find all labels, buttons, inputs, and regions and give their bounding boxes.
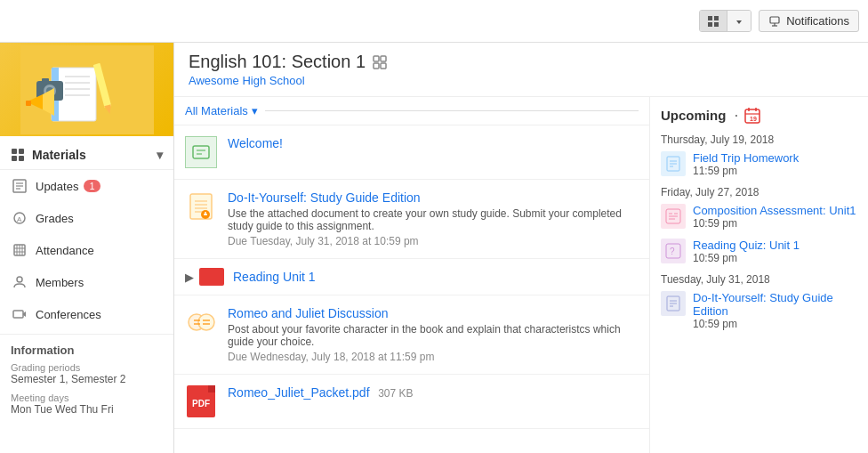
svg-rect-2 [708, 22, 712, 27]
sidebar-item-grades[interactable]: A Grades [0, 202, 173, 234]
dropdown-view-button[interactable] [727, 11, 751, 31]
homework-icon [661, 151, 686, 176]
sidebar-item-updates[interactable]: Updates 1 [0, 170, 173, 202]
upcoming-item-composition[interactable]: Composition Assessment: Unit1 10:59 pm [661, 204, 857, 230]
svg-rect-39 [13, 311, 23, 318]
sidebar-item-conferences[interactable]: Conferences [0, 298, 173, 330]
study-guide-upcoming-title[interactable]: Do-It-Yourself: Study Guide Edition [693, 291, 857, 318]
meeting-days-value: Mon Tue Wed Thu Fri [11, 403, 163, 416]
material-item-reading-unit[interactable]: ▶ Reading Unit 1 [174, 259, 649, 295]
svg-rect-1 [714, 16, 719, 20]
all-materials-button[interactable]: All Materials ▾ [185, 104, 258, 117]
material-item-romeo-packet[interactable]: PDF Romeo_Juliet_Packet.pdf 307 KB [174, 375, 649, 429]
info-title: Information [11, 344, 163, 357]
course-title-row: English 101: Section 1 [189, 52, 854, 72]
pdf-icon-box: PDF [185, 385, 217, 417]
all-materials-chevron: ▾ [252, 104, 258, 117]
folder-icon [199, 268, 224, 286]
material-item-welcome[interactable]: Welcome! [174, 125, 649, 180]
upcoming-date-2: Friday, July 27, 2018 [661, 186, 857, 198]
study-guide-upcoming-time: 10:59 pm [693, 318, 857, 330]
attendance-label: Attendance [36, 244, 94, 257]
updates-label: Updates [36, 180, 78, 193]
reading-quiz-time: 10:59 pm [693, 252, 857, 264]
divider [265, 110, 639, 111]
sidebar-item-attendance[interactable]: Attendance [0, 234, 173, 266]
quiz-icon: ? [661, 239, 686, 263]
reading-quiz-title[interactable]: Reading Quiz: Unit 1 [693, 239, 857, 252]
svg-rect-43 [374, 63, 379, 69]
reading-unit-title[interactable]: Reading Unit 1 [233, 270, 316, 284]
reading-quiz-content: Reading Quiz: Unit 1 10:59 pm [693, 239, 857, 264]
announcement-svg [191, 142, 211, 162]
sidebar-nav: Materials ▾ Updates 1 [0, 136, 173, 334]
romeo-discussion-content: Romeo and Juliet Discussion Post about y… [228, 306, 639, 363]
study-guide-content: Do-It-Yourself: Study Guide Edition Use … [228, 190, 639, 247]
study-guide-desc: Use the attached document to create your… [228, 207, 639, 232]
upcoming-item-field-trip[interactable]: Field Trip Homework 11:59 pm [661, 151, 857, 177]
composition-time: 10:59 pm [693, 217, 857, 230]
svg-rect-0 [708, 16, 712, 20]
assessment-icon [661, 204, 686, 229]
composition-title[interactable]: Composition Assessment: Unit1 [693, 204, 857, 217]
romeo-discussion-desc: Post about your favorite character in th… [228, 323, 639, 348]
assignment-svg [187, 192, 215, 221]
view-toggle[interactable] [699, 10, 751, 33]
school-name-link[interactable]: Awesome High School [189, 74, 854, 87]
content-body: All Materials ▾ [174, 97, 868, 453]
hero-image [0, 43, 173, 136]
content-area: English 101: Section 1 Awesome High Scho… [174, 43, 868, 453]
field-trip-title[interactable]: Field Trip Homework [693, 151, 857, 165]
svg-text:19: 19 [750, 116, 757, 122]
upcoming-item-study-guide-upcoming[interactable]: Do-It-Yourself: Study Guide Edition 10:5… [661, 291, 857, 330]
members-label: Members [36, 276, 84, 289]
svg-point-38 [17, 277, 22, 282]
svg-rect-42 [381, 56, 386, 61]
svg-rect-45 [193, 146, 209, 158]
grading-periods-label: Grading periods [11, 362, 163, 373]
svg-rect-3 [714, 22, 719, 27]
upcoming-item-reading-quiz[interactable]: ? Reading Quiz: Unit 1 10:59 pm [661, 239, 857, 264]
notifications-button[interactable]: Notifications [759, 10, 859, 32]
svg-rect-23 [19, 149, 24, 154]
svg-text:A: A [17, 215, 22, 223]
upcoming-panel: Upcoming · 19 T [650, 97, 868, 453]
content-header: English 101: Section 1 Awesome High Scho… [174, 43, 868, 97]
romeo-discussion-due: Due Wednesday, July 18, 2018 at 11:59 pm [228, 351, 639, 363]
sidebar-item-materials[interactable]: Materials ▾ [0, 140, 173, 170]
guide-icon [661, 291, 686, 316]
upcoming-date-3: Tuesday, July 31, 2018 [661, 273, 857, 286]
grades-label: Grades [36, 212, 74, 225]
conferences-label: Conferences [36, 308, 101, 321]
sidebar-item-members[interactable]: Members [0, 266, 173, 298]
welcome-title[interactable]: Welcome! [228, 136, 639, 150]
discussion-icon [185, 306, 217, 338]
svg-rect-44 [381, 63, 386, 69]
updates-badge: 1 [84, 180, 100, 192]
chevron-down-icon: ▾ [157, 148, 163, 162]
svg-text:?: ? [670, 247, 675, 256]
romeo-discussion-title[interactable]: Romeo and Juliet Discussion [228, 306, 639, 320]
romeo-packet-size: 307 KB [378, 387, 413, 400]
conferences-icon [11, 305, 28, 323]
field-trip-time: 11:59 pm [693, 165, 857, 177]
information-section: Information Grading periods Semester 1, … [0, 334, 173, 432]
material-item-study-guide[interactable]: Do-It-Yourself: Study Guide Edition Use … [174, 180, 649, 259]
course-grid-icon[interactable] [373, 54, 387, 70]
main-area: Materials ▾ Updates 1 [0, 43, 868, 453]
upcoming-title: Upcoming [661, 108, 726, 123]
svg-point-57 [198, 314, 214, 330]
romeo-packet-content: Romeo_Juliet_Packet.pdf 307 KB [228, 385, 639, 400]
announcement-icon [185, 136, 217, 168]
welcome-content: Welcome! [228, 136, 639, 150]
material-item-romeo-discussion[interactable]: Romeo and Juliet Discussion Post about y… [174, 295, 649, 375]
study-guide-title[interactable]: Do-It-Yourself: Study Guide Edition [228, 190, 639, 205]
svg-rect-20 [42, 78, 49, 83]
folder-chevron-icon: ▶ [185, 271, 194, 284]
grid-view-button[interactable] [700, 11, 727, 32]
members-icon [11, 273, 28, 291]
romeo-packet-title[interactable]: Romeo_Juliet_Packet.pdf [228, 385, 370, 400]
pdf-icon: PDF [187, 385, 215, 417]
meeting-days-label: Meeting days [11, 392, 163, 403]
updates-icon [11, 177, 28, 195]
